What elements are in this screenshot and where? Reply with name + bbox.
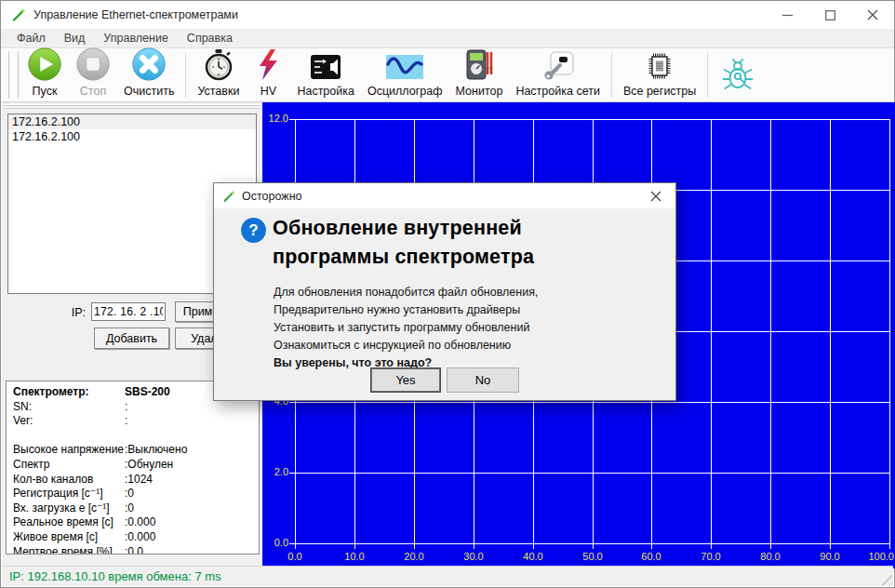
info-row: Мертвое время [%]:0.0	[7, 545, 259, 555]
multimeter-icon	[464, 48, 494, 82]
settings-panel-icon	[309, 51, 342, 82]
toolbar-button-chip[interactable]: Все регистры	[617, 48, 702, 101]
chip-icon	[642, 50, 677, 82]
menu-item-0[interactable]: Файл	[7, 30, 55, 47]
clear-icon	[131, 47, 167, 82]
maximize-button[interactable]	[808, 1, 851, 29]
spectrometer-info-panel: Спектрометр:SBS-200SN::Ver::Высокое напр…	[6, 381, 260, 555]
play-icon	[27, 47, 62, 82]
menu-item-3[interactable]: Справка	[178, 30, 242, 47]
y-tick-label: 0.0	[262, 537, 288, 548]
x-tick-label: 50.0	[582, 551, 602, 562]
x-tick-label: 80.0	[760, 551, 780, 562]
toolbar-button-label: Монитор	[456, 85, 503, 98]
ip-list-item[interactable]: 172.16.2.100	[8, 114, 256, 129]
info-value: :0.0	[125, 545, 143, 555]
info-label: Спектр	[13, 458, 49, 471]
minimize-button[interactable]	[766, 1, 808, 29]
title-bar: Управление Ethernet-спектрометрами	[1, 1, 894, 29]
toolbar-button-settings-panel[interactable]: Настройка	[290, 48, 361, 101]
x-tick-label: 30.0	[463, 551, 483, 562]
toolbar: ПускСтопОчиститьУставкиHVНастройкаОсцилл…	[2, 48, 893, 102]
info-row: Живое время [с]:0.000	[7, 530, 259, 545]
y-tick-mark	[289, 473, 295, 474]
dialog-title: Осторожно	[242, 190, 302, 203]
dialog-close-icon[interactable]	[636, 183, 675, 208]
dialog-body: Для обновления понадобится файл обновлен…	[274, 284, 538, 372]
info-label: Реальное время [с]	[13, 515, 114, 528]
splitter-grip[interactable]	[4, 104, 260, 110]
toolbar-button-debug-bug[interactable]	[713, 48, 763, 101]
x-tick-label: 70.0	[701, 551, 720, 562]
info-label: Спектрометр:	[13, 385, 89, 398]
menu-item-1[interactable]: Вид	[55, 30, 95, 47]
y-tick-label: 12.0	[262, 113, 288, 124]
dialog-wand-icon	[222, 190, 235, 203]
info-value: SBS-200	[125, 385, 170, 398]
grid-line-horizontal	[295, 543, 889, 544]
info-value: :1024	[125, 473, 153, 486]
toolbar-button-network-key[interactable]: Настройка сети	[509, 48, 607, 101]
toolbar-button-label: Пуск	[33, 85, 58, 98]
application-window: Управление Ethernet-спектрометрами ФайлВ…	[0, 0, 895, 588]
dialog-line: Установить и запустить программу обновле…	[274, 319, 538, 337]
network-key-icon	[541, 48, 575, 82]
y-tick-mark	[289, 543, 295, 544]
info-value: :	[125, 400, 127, 413]
info-row	[7, 429, 259, 444]
y-tick-mark	[289, 119, 295, 120]
info-row: Кол-во каналов:1024	[7, 473, 259, 488]
resize-grip[interactable]	[879, 572, 892, 585]
grid-line-vertical	[889, 119, 890, 543]
toolbar-button-label: Настройка сети	[515, 85, 600, 98]
dialog-line: Для обновления понадобится файл обновлен…	[274, 284, 538, 301]
toolbar-separator	[185, 52, 186, 98]
info-value: :	[125, 414, 127, 427]
toolbar-button-multimeter[interactable]: Монитор	[449, 48, 510, 101]
add-button[interactable]: Добавить	[94, 327, 169, 349]
info-row: Регистрация [с⁻¹]:0	[7, 487, 259, 501]
info-label: Вх. загрузка е [с⁻¹]	[13, 501, 110, 514]
info-row: Высокое напряжение:Выключено	[7, 443, 259, 458]
toolbar-button-label: Стоп	[80, 85, 106, 98]
info-label: Мертвое время [%]	[13, 545, 113, 555]
warning-dialog: Осторожно ? Обновление внутренней програ…	[213, 182, 676, 401]
info-row: Вх. загрузка е [с⁻¹]:0	[7, 501, 259, 516]
toolbar-button-play[interactable]: Пуск	[20, 48, 69, 101]
ip-input[interactable]	[91, 302, 166, 321]
menu-item-2[interactable]: Управление	[94, 30, 178, 47]
ip-list-item[interactable]: 172.16.2.100	[8, 129, 256, 144]
info-row: Ver::	[7, 414, 259, 429]
info-label: Регистрация [с⁻¹]	[13, 487, 102, 500]
dialog-heading: Обновление внутренней программы спектром…	[273, 214, 589, 272]
info-label: Высокое напряжение	[13, 443, 124, 456]
status-bar: IP: 192.168.10.10 время обмена: 7 ms	[2, 566, 893, 586]
toolbar-button-oscilloscope[interactable]: Осциллограф	[361, 48, 449, 101]
yes-button[interactable]: Yes	[370, 368, 441, 393]
toolbar-button-label: Настройка	[297, 85, 354, 98]
stopwatch-icon	[203, 48, 234, 82]
info-value: :0.000	[125, 530, 155, 543]
toolbar-separator	[611, 52, 612, 98]
info-value: :Выключено	[125, 443, 187, 456]
toolbar-button-stop[interactable]: Стоп	[69, 48, 117, 101]
y-tick-mark	[289, 402, 295, 403]
x-tick-label: 60.0	[641, 551, 661, 562]
info-row: Реальное время [с]:0.000	[7, 515, 259, 530]
info-label: Кол-во каналов	[13, 473, 93, 486]
close-button[interactable]	[851, 1, 894, 29]
toolbar-button-clear[interactable]: Очистить	[117, 48, 180, 101]
toolbar-gripper[interactable]	[13, 51, 19, 99]
toolbar-gripper[interactable]	[4, 51, 9, 99]
toolbar-button-lightning[interactable]: HV	[246, 48, 290, 101]
info-label: SN:	[13, 400, 32, 413]
stop-icon	[75, 47, 111, 82]
no-button[interactable]: No	[447, 368, 519, 393]
toolbar-button-stopwatch[interactable]: Уставки	[191, 48, 246, 101]
x-tick-label: 90.0	[820, 551, 839, 562]
toolbar-button-label: Все регистры	[623, 85, 696, 98]
app-wand-icon	[11, 7, 26, 22]
y-tick-label: 2.0	[262, 466, 288, 477]
x-tick-mark	[889, 543, 890, 549]
toolbar-button-label: Уставки	[197, 85, 239, 98]
